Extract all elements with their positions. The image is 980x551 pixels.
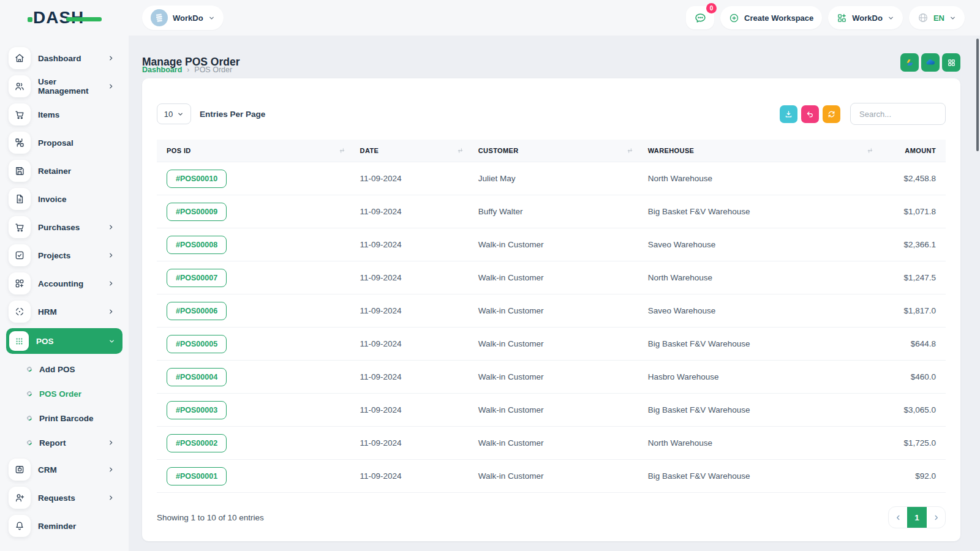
pos-id-link[interactable]: #POS00003 bbox=[167, 401, 227, 419]
page-number-button[interactable]: 1 bbox=[907, 506, 927, 528]
sidebar-item-dashboard[interactable]: Dashboard bbox=[9, 47, 123, 70]
chevron-right-icon bbox=[108, 280, 114, 287]
language-selector[interactable]: EN bbox=[909, 6, 965, 29]
warehouse-cell: Big Basket F&V Warehouse bbox=[638, 328, 879, 361]
check-square-icon bbox=[9, 244, 31, 266]
column-header-warehouse[interactable]: WAREHOUSE bbox=[638, 140, 879, 162]
sidebar-subitem-print-barcode[interactable]: Print Barcode bbox=[27, 409, 123, 427]
sidebar-item-proposal[interactable]: Proposal bbox=[9, 131, 123, 154]
topbar: DASH WorkDo 0 Creat bbox=[0, 0, 980, 36]
sidebar-item-items[interactable]: Items bbox=[9, 103, 123, 126]
page-scrollbar[interactable] bbox=[976, 39, 979, 151]
chevron-right-icon bbox=[108, 55, 114, 61]
app-logo[interactable]: DASH bbox=[33, 8, 107, 29]
chevron-down-icon bbox=[108, 338, 115, 345]
pos-id-link[interactable]: #POS00006 bbox=[167, 302, 227, 320]
google-drive-icon bbox=[905, 58, 915, 68]
cart-icon bbox=[9, 103, 31, 126]
pos-id-link[interactable]: #POS00004 bbox=[167, 368, 227, 386]
pos-id-link[interactable]: #POS00001 bbox=[167, 467, 227, 485]
entries-summary: Showing 1 to 10 of 10 entries bbox=[157, 513, 264, 522]
column-header-amount[interactable]: AMOUNT bbox=[878, 140, 946, 162]
pos-id-link[interactable]: #POS00002 bbox=[167, 434, 227, 452]
pos-id-link[interactable]: #POS00008 bbox=[167, 236, 227, 254]
messages-badge: 0 bbox=[706, 3, 717, 13]
date-cell: 11-09-2024 bbox=[350, 460, 469, 493]
sidebar-item-pos[interactable]: POS bbox=[6, 328, 123, 354]
language-code: EN bbox=[933, 13, 944, 23]
amount-cell: $3,065.0 bbox=[878, 394, 946, 427]
date-cell: 11-09-2024 bbox=[350, 328, 469, 361]
warehouse-cell: Saveo Warehouse bbox=[638, 294, 879, 328]
chevron-down-icon bbox=[949, 15, 956, 21]
workspace-avatar bbox=[151, 9, 168, 26]
pos-id-link[interactable]: #POS00010 bbox=[167, 170, 227, 188]
sidebar-item-projects[interactable]: Projects bbox=[9, 244, 123, 267]
sidebar-item-hrm[interactable]: HRM bbox=[9, 300, 123, 323]
plus-circle-icon bbox=[729, 13, 739, 23]
sidebar-item-invoice[interactable]: Invoice bbox=[9, 187, 123, 211]
sidebar-item-accounting[interactable]: Accounting bbox=[9, 272, 123, 295]
pos-id-link[interactable]: #POS00005 bbox=[167, 335, 227, 353]
onedrive-button[interactable] bbox=[921, 53, 940, 72]
next-page-button[interactable] bbox=[927, 506, 945, 528]
reset-button[interactable] bbox=[801, 105, 819, 123]
chevron-down-icon bbox=[208, 15, 215, 21]
column-header-customer[interactable]: CUSTOMER bbox=[469, 140, 638, 162]
warehouse-cell: Big Basket F&V Warehouse bbox=[638, 195, 879, 228]
table-row: #POS00002 11-09-2024 Walk-in Customer No… bbox=[157, 427, 946, 460]
logo-dot bbox=[28, 17, 32, 22]
table-row: #POS00010 11-09-2024 Juliet May North Wa… bbox=[157, 162, 946, 195]
workspace-switcher[interactable]: WorkDo bbox=[142, 6, 224, 30]
table-row: #POS00008 11-09-2024 Walk-in Customer Sa… bbox=[157, 228, 946, 261]
pos-id-link[interactable]: #POS00009 bbox=[167, 203, 227, 221]
refresh-button[interactable] bbox=[823, 105, 840, 123]
bell-icon bbox=[9, 515, 31, 537]
sidebar-item-reminder[interactable]: Reminder bbox=[9, 514, 123, 538]
sidebar-subitem-add-pos[interactable]: Add POS bbox=[27, 360, 123, 378]
grid-plus-icon bbox=[9, 272, 31, 294]
create-workspace-button[interactable]: Create Workspace bbox=[720, 6, 822, 29]
warehouse-cell: Hasbro Warehouse bbox=[638, 361, 879, 394]
table-row: #POS00001 11-09-2024 Walk-in Customer Bi… bbox=[157, 460, 946, 493]
sort-icon bbox=[339, 148, 345, 154]
grid-view-button[interactable] bbox=[942, 53, 960, 72]
date-cell: 11-09-2024 bbox=[350, 394, 469, 427]
messages-button[interactable]: 0 bbox=[686, 6, 714, 29]
sidebar-item-purchases[interactable]: Purchases bbox=[9, 216, 123, 239]
breadcrumb-separator-icon: › bbox=[187, 66, 189, 74]
building-avatar-icon bbox=[154, 12, 165, 23]
date-cell: 11-09-2024 bbox=[350, 162, 469, 195]
browser-icon bbox=[9, 459, 31, 481]
sidebar-subitem-pos-order[interactable]: POS Order bbox=[27, 384, 123, 403]
amount-cell: $2,458.8 bbox=[878, 162, 946, 195]
customer-cell: Walk-in Customer bbox=[469, 328, 638, 361]
chevron-right-icon bbox=[108, 83, 114, 89]
entries-per-page-select[interactable]: 10 bbox=[157, 103, 191, 124]
column-header-pos-id[interactable]: POS ID bbox=[157, 140, 350, 162]
entries-per-page-value: 10 bbox=[164, 110, 173, 119]
workdo-menu-button[interactable]: WorkDo bbox=[828, 6, 903, 29]
amount-cell: $460.0 bbox=[878, 361, 946, 394]
sidebar-item-crm[interactable]: CRM bbox=[9, 458, 123, 481]
amount-cell: $92.0 bbox=[878, 460, 946, 493]
chevron-right-icon bbox=[108, 440, 114, 446]
export-button[interactable] bbox=[780, 105, 797, 123]
google-drive-button[interactable] bbox=[900, 53, 919, 72]
table-footer: Showing 1 to 10 of 10 entries 1 bbox=[157, 506, 946, 528]
chat-icon bbox=[694, 12, 707, 24]
workspace-switcher-label: WorkDo bbox=[173, 13, 203, 23]
column-header-date[interactable]: DATE bbox=[350, 140, 469, 162]
logo-green-bar bbox=[66, 17, 102, 21]
search-input[interactable] bbox=[850, 103, 946, 125]
breadcrumb-current: POS Order bbox=[194, 66, 232, 74]
sidebar-item-requests[interactable]: Requests bbox=[9, 486, 123, 509]
onedrive-icon bbox=[925, 57, 936, 68]
sidebar-subitem-report[interactable]: Report bbox=[27, 433, 123, 452]
breadcrumb-dashboard-link[interactable]: Dashboard bbox=[142, 66, 182, 74]
previous-page-button[interactable] bbox=[889, 506, 907, 528]
pos-id-link[interactable]: #POS00007 bbox=[167, 269, 227, 287]
globe-icon bbox=[918, 12, 929, 23]
sidebar-item-user-management[interactable]: User Management bbox=[9, 75, 123, 98]
sidebar-item-retainer[interactable]: Retainer bbox=[9, 159, 123, 182]
